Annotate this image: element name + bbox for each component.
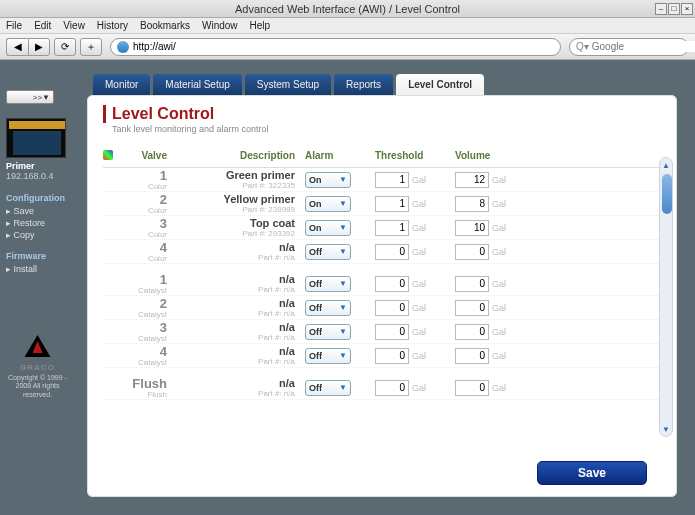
threshold-input[interactable] [375, 220, 409, 236]
col-volume: Volume [455, 150, 535, 161]
menu-window[interactable]: Window [202, 20, 238, 31]
valve-label: Catalyst [119, 310, 167, 319]
table-row: FlushFlushn/aPart #: n/aOff▼GalGal [103, 376, 663, 400]
sidebar-dropdown[interactable]: >> ▼ [6, 90, 54, 104]
alarm-select[interactable]: Off▼ [305, 380, 351, 396]
volume-input[interactable] [455, 276, 489, 292]
search-bar[interactable]: Q▾ [569, 38, 689, 56]
table-row: 3ColorTop coatPart #: 293392On▼GalGal [103, 216, 663, 240]
minimize-icon[interactable]: – [655, 3, 667, 15]
chevron-down-icon: ▼ [339, 279, 347, 288]
unit-label: Gal [492, 351, 506, 361]
scroll-up-icon[interactable]: ▲ [660, 158, 672, 172]
maximize-icon[interactable]: □ [668, 3, 680, 15]
close-icon[interactable]: × [681, 3, 693, 15]
threshold-input[interactable] [375, 324, 409, 340]
description: Yellow primer [177, 194, 295, 205]
table-row: 4Colorn/aPart #: n/aOff▼GalGal [103, 240, 663, 264]
valve-label: Catalyst [119, 358, 167, 367]
search-input[interactable] [592, 41, 695, 52]
menu-file[interactable]: File [6, 20, 22, 31]
valve-label: Catalyst [119, 334, 167, 343]
alarm-select[interactable]: Off▼ [305, 348, 351, 364]
menu-view[interactable]: View [63, 20, 85, 31]
forward-button[interactable]: ▶ [28, 38, 50, 56]
sidebar-heading: Configuration [6, 193, 69, 203]
threshold-input[interactable] [375, 276, 409, 292]
volume-input[interactable] [455, 324, 489, 340]
table-row: 3Catalystn/aPart #: n/aOff▼GalGal [103, 320, 663, 344]
valve-label: Color [119, 182, 167, 191]
volume-input[interactable] [455, 300, 489, 316]
save-button[interactable]: Save [537, 461, 647, 485]
scrollbar[interactable]: ▲ ▼ [659, 157, 673, 437]
url-bar[interactable] [110, 38, 561, 56]
scroll-thumb[interactable] [662, 174, 672, 214]
back-button[interactable]: ◀ [6, 38, 28, 56]
menu-history[interactable]: History [97, 20, 128, 31]
chevron-down-icon: ▼ [339, 383, 347, 392]
volume-input[interactable] [455, 380, 489, 396]
volume-input[interactable] [455, 244, 489, 260]
unit-label: Gal [412, 303, 426, 313]
valve-number: 1 [119, 273, 167, 286]
threshold-input[interactable] [375, 348, 409, 364]
alarm-select[interactable]: On▼ [305, 220, 351, 236]
alarm-select[interactable]: Off▼ [305, 276, 351, 292]
sidebar-item-restore[interactable]: ▸ Restore [6, 217, 69, 229]
device-name: Primer [6, 161, 69, 171]
description: n/a [177, 298, 295, 309]
alarm-select[interactable]: Off▼ [305, 244, 351, 260]
sidebar-item-copy[interactable]: ▸ Copy [6, 229, 69, 241]
volume-input[interactable] [455, 196, 489, 212]
unit-label: Gal [492, 383, 506, 393]
sidebar-item-install[interactable]: ▸ Install [6, 263, 69, 275]
tab-system-setup[interactable]: System Setup [245, 74, 331, 95]
alarm-select[interactable]: On▼ [305, 196, 351, 212]
tab-level-control[interactable]: Level Control [396, 74, 484, 95]
volume-input[interactable] [455, 172, 489, 188]
graco-icon [25, 335, 51, 361]
menu-edit[interactable]: Edit [34, 20, 51, 31]
threshold-input[interactable] [375, 244, 409, 260]
unit-label: Gal [412, 175, 426, 185]
description: n/a [177, 378, 295, 389]
unit-label: Gal [492, 199, 506, 209]
threshold-input[interactable] [375, 196, 409, 212]
valve-number: 4 [119, 345, 167, 358]
description: n/a [177, 274, 295, 285]
alarm-select[interactable]: On▼ [305, 172, 351, 188]
unit-label: Gal [412, 199, 426, 209]
scroll-down-icon[interactable]: ▼ [660, 422, 672, 436]
menu-bookmarks[interactable]: Bookmarks [140, 20, 190, 31]
volume-input[interactable] [455, 220, 489, 236]
menu-bar: FileEditViewHistoryBookmarksWindowHelp [0, 18, 695, 34]
sidebar-item-save[interactable]: ▸ Save [6, 205, 69, 217]
threshold-input[interactable] [375, 172, 409, 188]
tab-monitor[interactable]: Monitor [93, 74, 150, 95]
menu-help[interactable]: Help [250, 20, 271, 31]
tab-material-setup[interactable]: Material Setup [153, 74, 241, 95]
brand-logo: GRACO Copyright © 1999 - 2008 All rights… [6, 335, 69, 399]
device-thumbnail[interactable] [6, 118, 66, 158]
device-ip: 192.168.0.4 [6, 171, 69, 181]
valve-label: Color [119, 254, 167, 263]
alarm-select[interactable]: Off▼ [305, 300, 351, 316]
alarm-select[interactable]: Off▼ [305, 324, 351, 340]
unit-label: Gal [412, 351, 426, 361]
add-button[interactable]: ＋ [80, 38, 102, 56]
tab-reports[interactable]: Reports [334, 74, 393, 95]
valve-number: 2 [119, 297, 167, 310]
url-input[interactable] [133, 41, 554, 52]
chevron-down-icon: ▼ [339, 351, 347, 360]
page-subtitle: Tank level monitoring and alarm control [112, 124, 663, 134]
part-number: Part #: 293392 [177, 229, 295, 238]
unit-label: Gal [492, 223, 506, 233]
search-engine-icon[interactable]: Q▾ [576, 41, 589, 52]
threshold-input[interactable] [375, 300, 409, 316]
volume-input[interactable] [455, 348, 489, 364]
reload-button[interactable]: ⟳ [54, 38, 76, 56]
col-alarm: Alarm [305, 150, 375, 161]
unit-label: Gal [412, 327, 426, 337]
threshold-input[interactable] [375, 380, 409, 396]
